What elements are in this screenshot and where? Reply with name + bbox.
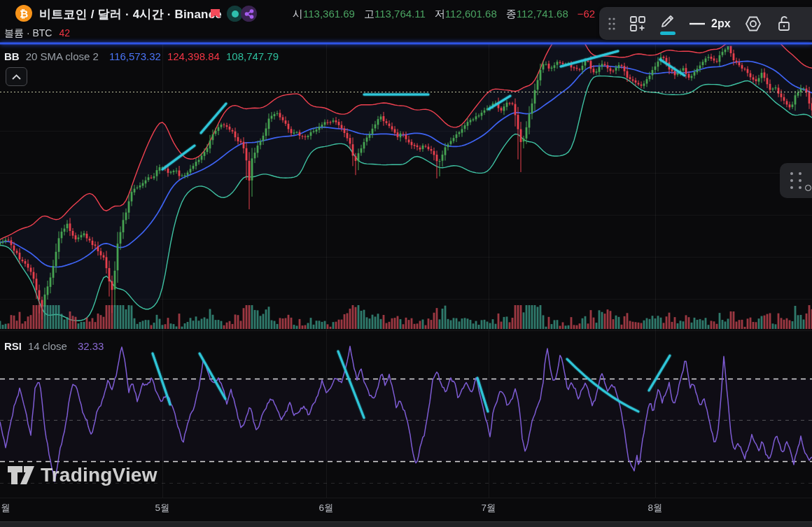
- axis-label: 7월: [481, 502, 496, 514]
- tradingview-logo: TradingView: [7, 464, 158, 486]
- close-value: 112,741.68: [517, 8, 568, 20]
- panel-drag-handle[interactable]: [780, 163, 812, 198]
- bottom-scrollbar[interactable]: [0, 521, 812, 527]
- volume-legend[interactable]: 볼륨 · BTC42: [4, 27, 70, 40]
- layout-add-icon: [629, 15, 647, 33]
- color-picker-button[interactable]: [659, 11, 676, 36]
- line-width-label: 2px: [711, 17, 731, 30]
- btc-coin-icon: ₿: [15, 5, 32, 22]
- indicator-status-pill[interactable]: [227, 6, 257, 22]
- rsi-legend[interactable]: RSI 14 close 32.33: [4, 340, 104, 352]
- axis-label: 5월: [155, 502, 169, 514]
- change-value: −62: [578, 8, 595, 21]
- line-sample-icon: [689, 22, 706, 26]
- drag-dots-icon: [608, 17, 616, 31]
- flag-icon[interactable]: [209, 8, 221, 23]
- active-color-swatch: [660, 31, 676, 35]
- add-to-layout-button[interactable]: [629, 11, 647, 36]
- axis-label: 8월: [648, 502, 662, 514]
- lock-button[interactable]: [776, 11, 792, 36]
- ohlc-readout: 시113,361.69 고113,764.11 저112,601.68 종112…: [293, 8, 595, 21]
- volume-value: 42: [59, 27, 70, 38]
- axis-label: 월: [1, 502, 10, 514]
- open-value: 113,361.69: [303, 8, 355, 20]
- settings-hexagon-icon: [743, 15, 763, 33]
- symbol-title[interactable]: 비트코인 / 달러 · 4시간 · Binance: [39, 6, 222, 22]
- bb-legend[interactable]: BB 20 SMA close 2 116,573.32 124,398.84 …: [4, 50, 279, 62]
- settings-button[interactable]: [743, 11, 763, 36]
- handle-anchor-dot[interactable]: [805, 185, 811, 191]
- unlock-icon: [776, 15, 792, 33]
- line-width-button[interactable]: 2px: [689, 11, 731, 36]
- time-axis[interactable]: 월5월6월7월8월: [0, 500, 812, 518]
- collapse-legend-button[interactable]: [6, 67, 27, 86]
- axis-label: 6월: [318, 502, 333, 514]
- chart-root: ₿ 비트코인 / 달러 · 4시간 · Binance 시113,361.69 …: [0, 0, 812, 527]
- rsi-value: 32.33: [78, 340, 104, 352]
- low-value: 112,601.68: [445, 8, 497, 20]
- high-value: 113,764.11: [374, 8, 426, 20]
- price-rsi-canvas[interactable]: [0, 0, 812, 527]
- pencil-icon: [659, 13, 676, 29]
- toolbar-drag-handle[interactable]: [608, 11, 616, 36]
- bb-upper-value: 124,398.84: [167, 50, 220, 62]
- drag-dots-icon: [790, 172, 802, 189]
- bb-basis-value: 116,573.32: [109, 50, 161, 62]
- share-icon: [241, 6, 257, 22]
- chevron-up-icon: [12, 74, 21, 80]
- drawing-toolbar: 2px: [599, 7, 812, 40]
- bb-lower-value: 108,747.79: [226, 50, 279, 62]
- tradingview-mark-icon: [7, 465, 35, 486]
